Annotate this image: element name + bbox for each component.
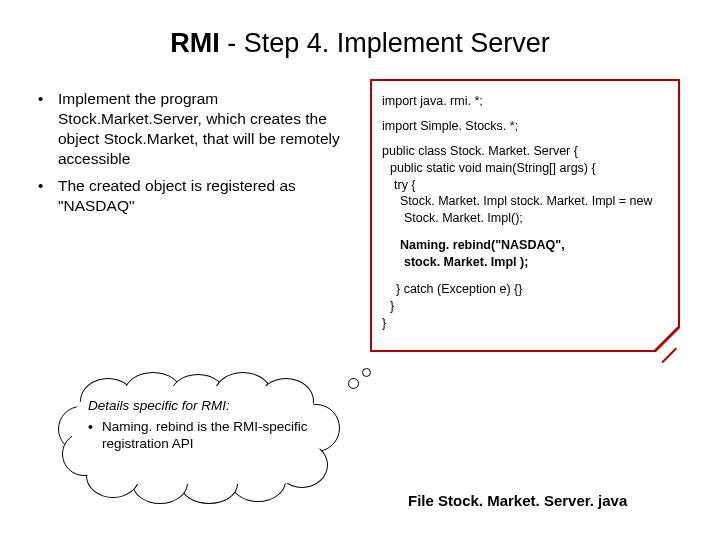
cloud-code-term: Naming. rebind — [102, 419, 194, 434]
code-line: } — [382, 315, 668, 332]
code-line: Stock. Market. Impl(); — [404, 210, 668, 227]
bubble-dot-icon — [348, 378, 359, 389]
code-line: } catch (Exception e) {} — [396, 281, 668, 298]
left-column: Implement the program Stock.Market.Serve… — [30, 79, 360, 352]
content-area: Implement the program Stock.Market.Serve… — [0, 79, 720, 352]
page-fold-icon — [652, 324, 680, 352]
right-column: import java. rmi. *; import Simple. Stoc… — [370, 79, 680, 352]
bubble-dot-icon — [362, 368, 371, 377]
file-caption: File Stock. Market. Server. java — [408, 492, 627, 509]
bullet-item-2: The created object is registered as "NAS… — [30, 176, 360, 216]
cloud-bullet: Naming. rebind is the RMI-specific regis… — [88, 419, 318, 453]
title-rest: - Step 4. Implement Server — [220, 28, 550, 58]
code-line: public class Stock. Market. Server { — [382, 143, 668, 160]
code-line: public static void main(String[] args) { — [390, 160, 668, 177]
bullet-item-1: Implement the program Stock.Market.Serve… — [30, 89, 360, 170]
code-box: import java. rmi. *; import Simple. Stoc… — [370, 79, 680, 352]
bullet-list: Implement the program Stock.Market.Serve… — [30, 89, 360, 216]
thought-cloud: Details specific for RMI: Naming. rebind… — [52, 372, 342, 502]
slide-title: RMI - Step 4. Implement Server — [0, 28, 720, 59]
cloud-text: Details specific for RMI: Naming. rebind… — [88, 398, 318, 453]
title-prefix: RMI — [170, 28, 220, 58]
code-line: } — [390, 298, 668, 315]
code-line: import java. rmi. *; — [382, 93, 668, 110]
code-line-bold: stock. Market. Impl ); — [404, 254, 668, 271]
code-line-bold: Naming. rebind("NASDAQ", — [400, 237, 668, 254]
code-line: Stock. Market. Impl stock. Market. Impl … — [400, 193, 668, 210]
code-line: try { — [394, 177, 668, 194]
cloud-header: Details specific for RMI: — [88, 398, 318, 415]
code-line: import Simple. Stocks. *; — [382, 118, 668, 135]
